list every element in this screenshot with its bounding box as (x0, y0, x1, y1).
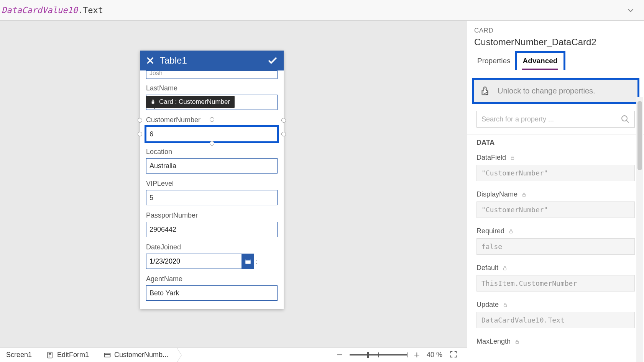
svg-rect-12 (105, 353, 110, 357)
svg-rect-10 (516, 341, 519, 343)
selection-handle[interactable] (138, 118, 142, 123)
cursor-icon (481, 87, 490, 96)
formula-prefix: DataCardValue10 (2, 5, 78, 15)
prop-row-displayname: DisplayName (467, 187, 644, 200)
breadcrumb-label: CustomerNumb... (114, 351, 168, 359)
time-separator: : (256, 257, 258, 265)
slider-thumb[interactable] (367, 352, 369, 358)
calendar-icon[interactable] (242, 254, 254, 269)
prop-row-maxlength: MaxLength (467, 334, 644, 347)
prop-value-default[interactable]: ThisItem.CustomerNumber (476, 275, 635, 292)
panel-scroll[interactable]: Unlock to change properties. DATA DataFi… (467, 70, 644, 362)
agentname-input[interactable] (146, 285, 278, 301)
form-title: Table1 (160, 55, 267, 66)
selection-handle[interactable] (138, 132, 142, 136)
lock-icon (510, 155, 515, 161)
card-tooltip: Card : CustomerNumber (146, 96, 235, 108)
fullscreen-icon[interactable] (449, 350, 458, 360)
section-data: DATA (467, 134, 644, 151)
breadcrumb-screen[interactable]: Screen1 (0, 348, 40, 362)
breadcrumb-label: Screen1 (6, 351, 32, 359)
tab-advanced[interactable]: Advanced (515, 51, 566, 72)
selection-handle[interactable] (210, 117, 214, 122)
panel-tabs: Properties Advanced (467, 53, 644, 70)
lock-icon (503, 302, 508, 308)
slider-tick (407, 352, 407, 357)
tooltip-arrow (151, 106, 158, 109)
lock-icon (508, 229, 514, 234)
svg-rect-5 (511, 157, 514, 159)
prop-value-required[interactable]: false (476, 238, 635, 255)
unlock-text: Unlock to change properties. (498, 87, 595, 95)
canvas[interactable]: Table1 Josh LastName Card : CustomerNumb… (0, 21, 467, 347)
formula-bar[interactable]: DataCardValue10.Text (0, 0, 644, 21)
zoom-controls: − + 40 % (337, 349, 467, 361)
form-header: Table1 (140, 51, 284, 70)
selection-handle[interactable] (281, 132, 286, 136)
zoom-out-button[interactable]: − (337, 349, 343, 361)
prop-row-required: Required (467, 224, 644, 237)
panel-scrollbar[interactable] (636, 97, 643, 362)
lock-icon (521, 192, 527, 197)
slider-tick (378, 352, 379, 357)
svg-rect-7 (510, 231, 513, 233)
prop-value-datafield[interactable]: "CustomerNumber" (476, 165, 635, 181)
breadcrumb-form[interactable]: EditForm1 (40, 348, 97, 362)
chevron-down-icon[interactable] (626, 5, 636, 15)
card-name: CustomerNumber_DataCard2 (467, 36, 644, 53)
customernumber-input[interactable] (146, 126, 278, 142)
prop-name: Update (476, 301, 499, 309)
passportnumber-label: PassportNumber (146, 211, 278, 219)
breadcrumb-label: EditForm1 (57, 351, 89, 359)
lock-icon (502, 265, 508, 271)
viplevel-input[interactable] (146, 190, 278, 205)
card-type-label: CARD (467, 21, 644, 36)
search-icon (621, 115, 630, 124)
zoom-value: 40 % (427, 351, 442, 359)
passportnumber-input[interactable] (146, 222, 278, 237)
firstname-input-partial[interactable]: Josh (146, 70, 278, 79)
selection-handle[interactable] (210, 141, 214, 146)
scrollbar-thumb[interactable] (637, 101, 642, 170)
prop-value-update[interactable]: DataCardValue10.Text (476, 312, 635, 328)
svg-rect-8 (504, 268, 506, 270)
prop-row-update: Update (467, 298, 644, 310)
datejoined-label: DateJoined (146, 243, 278, 251)
prop-row-datafield: DataField (467, 151, 644, 163)
viplevel-label: VIPLevel (146, 180, 278, 188)
unlock-button[interactable]: Unlock to change properties. (472, 78, 639, 104)
close-icon[interactable] (145, 56, 155, 66)
svg-rect-9 (504, 305, 507, 306)
form-preview[interactable]: Table1 Josh LastName Card : CustomerNumb… (140, 51, 284, 309)
lock-icon (514, 339, 520, 344)
prop-value-displayname[interactable]: "CustomerNumber" (476, 201, 635, 218)
lock-icon (479, 85, 491, 97)
footer: Screen1 EditForm1 CustomerNumb... − + 40… (0, 347, 467, 362)
zoom-slider[interactable] (350, 354, 407, 355)
card-icon (104, 351, 111, 359)
formula-suffix: .Text (78, 5, 103, 15)
zoom-in-button[interactable]: + (414, 349, 420, 361)
breadcrumb-card[interactable]: CustomerNumb... (97, 348, 177, 362)
lastname-label: LastName (146, 84, 278, 92)
tab-properties[interactable]: Properties (471, 53, 517, 70)
search-input[interactable] (481, 115, 621, 123)
prop-name: Default (476, 264, 498, 272)
prop-name: DisplayName (476, 190, 518, 198)
prop-name: Required (476, 227, 504, 235)
properties-panel: CARD CustomerNumber_DataCard2 Properties… (467, 21, 644, 362)
prop-row-default: Default (467, 261, 644, 274)
property-search[interactable] (476, 111, 635, 128)
svg-rect-0 (152, 102, 154, 104)
agentname-label: AgentName (146, 275, 278, 283)
check-icon[interactable] (267, 55, 278, 66)
prop-name: DataField (476, 154, 506, 162)
location-input[interactable] (146, 158, 278, 174)
selection-handle[interactable] (281, 118, 286, 123)
prop-name: MaxLength (476, 337, 511, 346)
form-icon (46, 351, 54, 359)
location-label: Location (146, 148, 278, 156)
datejoined-input[interactable] (146, 254, 242, 269)
svg-rect-2 (245, 259, 251, 260)
tooltip-text: Card : CustomerNumber (159, 98, 230, 106)
